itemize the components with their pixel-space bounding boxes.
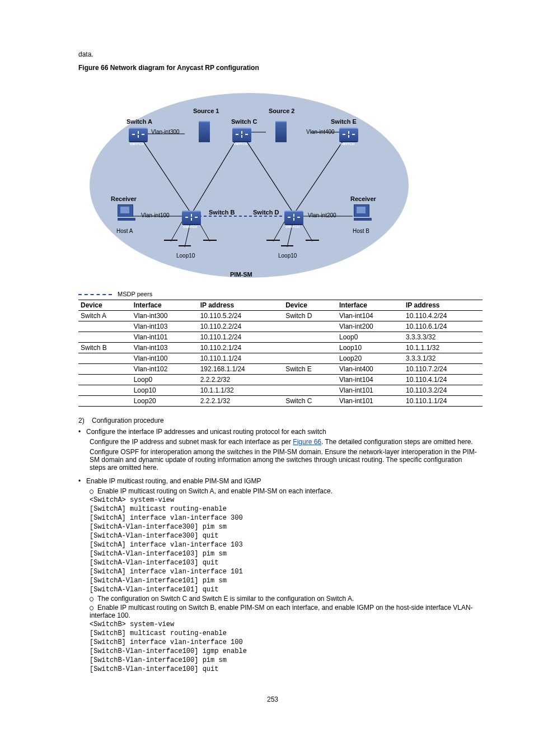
table-cell: 10.110.7.2/24 [404, 364, 483, 375]
intro-text: data. [78, 50, 478, 58]
code-line: [SwitchA] interface vlan-interface 101 [90, 568, 478, 576]
table-cell: Switch C [283, 396, 337, 407]
code-line: <SwitchB> system-view [90, 620, 478, 628]
table-cell: Vlan-int104 [337, 311, 404, 321]
table-cell: Switch E [283, 364, 337, 375]
code-line: [SwitchB] interface vlan-interface 100 [90, 638, 478, 646]
source2-icon [275, 121, 287, 142]
step-2b: ○The configuration on Switch C and Switc… [90, 595, 478, 603]
table-cell: Loop10 [337, 343, 404, 353]
table-cell: 10.110.1.1/24 [198, 353, 284, 364]
code-line: [SwitchA] multicast routing-enable [90, 505, 478, 513]
figure-66-link[interactable]: Figure 66 [293, 438, 321, 446]
table-cell: 10.110.1.1/24 [404, 396, 483, 407]
table-cell: 192.168.1.1/24 [198, 364, 284, 375]
table-cell: 3.3.3.1/32 [404, 353, 483, 364]
label-vlan100: Vlan-int100 [141, 212, 170, 218]
table-cell: 10.110.3.2/24 [404, 385, 483, 396]
table-cell [78, 385, 132, 396]
code-line: [SwitchB-Vlan-interface100] quit [90, 665, 478, 673]
label-loop-b: Loop10 [176, 253, 195, 259]
table-cell [283, 375, 337, 385]
table-header: Device [283, 300, 337, 311]
table-cell: Vlan-int200 [337, 321, 404, 332]
code-line: [SwitchB] multicast routing-enable [90, 629, 478, 637]
table-cell: 10.1.1.1/32 [198, 385, 284, 396]
label-vlan200: Vlan-int200 [308, 212, 336, 218]
table-cell: 3.3.3.3/32 [404, 332, 483, 343]
svg-line-3 [241, 132, 294, 214]
step-2a: ○Enable IP multicast routing on Switch A… [90, 487, 478, 495]
table-cell: Loop0 [337, 332, 404, 343]
table-cell: Vlan-int104 [337, 375, 404, 385]
svg-line-18 [301, 222, 312, 241]
table-cell [78, 332, 132, 343]
label-receiver-left: Receiver [111, 195, 137, 202]
table-cell [283, 343, 337, 353]
table-cell: Switch B [78, 343, 132, 353]
table-cell: Vlan-int102 [132, 364, 198, 375]
step1-text-span: Configure the IP address and subnet mask… [90, 438, 293, 446]
interface-table: DeviceInterfaceIP addressDeviceInterface… [78, 300, 483, 407]
switch-c-icon: SWITCH [232, 128, 251, 141]
table-row: Vlan-int10010.110.1.1/24Loop203.3.3.1/32 [78, 353, 483, 364]
step-2: •Enable IP multicast routing, and enable… [78, 477, 478, 485]
table-cell: Loop0 [132, 375, 198, 385]
table-cell: Switch D [283, 311, 337, 321]
table-header: IP address [198, 300, 284, 311]
step-2c: ○Enable IP multicast routing on Switch B… [90, 604, 478, 619]
table-row: Loop02.2.2.2/32Vlan-int10410.110.4.1/24 [78, 375, 483, 385]
source1-icon [199, 121, 210, 142]
label-vlan300: Vlan-int300 [151, 129, 180, 135]
code-line: [SwitchA] interface vlan-interface 103 [90, 541, 478, 549]
label-hostA: Host A [116, 228, 133, 234]
table-cell [78, 396, 132, 407]
page-number: 253 [67, 696, 478, 703]
legend-text: MSDP peers [118, 291, 152, 297]
label-switchA: Switch A [127, 118, 152, 125]
table-cell: 10.110.4.2/24 [404, 311, 483, 321]
code-line: <SwitchA> system-view [90, 496, 478, 504]
table-cell: Vlan-int100 [132, 353, 198, 364]
code-line: [SwitchA-Vlan-interface103] quit [90, 559, 478, 567]
table-header: IP address [404, 300, 483, 311]
svg-line-10 [171, 222, 182, 241]
table-cell: Switch A [78, 311, 132, 321]
label-hostB: Host B [353, 228, 369, 234]
legend-msdp: MSDP peers [78, 291, 152, 297]
table-cell: Loop20 [132, 396, 198, 407]
table-cell [283, 353, 337, 364]
code-line: [SwitchB-Vlan-interface100] igmp enable [90, 647, 478, 655]
table-cell [78, 375, 132, 385]
table-cell: Loop20 [337, 353, 404, 364]
table-cell [78, 364, 132, 375]
step-1-text: Configure the IP address and subnet mask… [90, 438, 478, 446]
table-row: Vlan-int102192.168.1.1/24Switch EVlan-in… [78, 364, 483, 375]
table-cell: 10.110.1.2/24 [198, 332, 284, 343]
table-cell [283, 385, 337, 396]
step-1-note: Configure OSPF for interoperation among … [90, 448, 478, 472]
code-line: [SwitchA-Vlan-interface300] pim sm [90, 523, 478, 531]
switch-e-icon: SWITCH [339, 128, 358, 141]
switch-b-icon: SWITCH [182, 211, 201, 224]
table-cell: 2.2.2.2/32 [198, 375, 284, 385]
table-row: Vlan-int10310.110.2.2/24Vlan-int20010.11… [78, 321, 483, 332]
step1-tail: . The detailed configuration steps are o… [321, 438, 473, 446]
table-cell: 10.110.6.1/24 [404, 321, 483, 332]
table-cell: Vlan-int101 [337, 396, 404, 407]
config-steps-heading: 2) Configuration procedure [78, 417, 478, 424]
table-cell: Vlan-int300 [132, 311, 198, 321]
label-pimsm: PIM-SM [230, 271, 252, 278]
table-cell [283, 321, 337, 332]
table-cell: Vlan-int101 [132, 332, 198, 343]
code-line: [SwitchA-Vlan-interface103] pim sm [90, 550, 478, 558]
host-a-icon [118, 204, 135, 221]
host-b-icon [354, 204, 372, 221]
label-switchC: Switch C [231, 118, 257, 125]
label-vlan400: Vlan-int400 [306, 129, 335, 135]
table-cell [78, 321, 132, 332]
figure-title: Figure 66 Network diagram for Anycast RP… [78, 64, 478, 72]
table-cell: Vlan-int103 [132, 343, 198, 353]
code-line: [SwitchA] interface vlan-interface 300 [90, 514, 478, 522]
table-cell: 10.110.2.1/24 [198, 343, 284, 353]
